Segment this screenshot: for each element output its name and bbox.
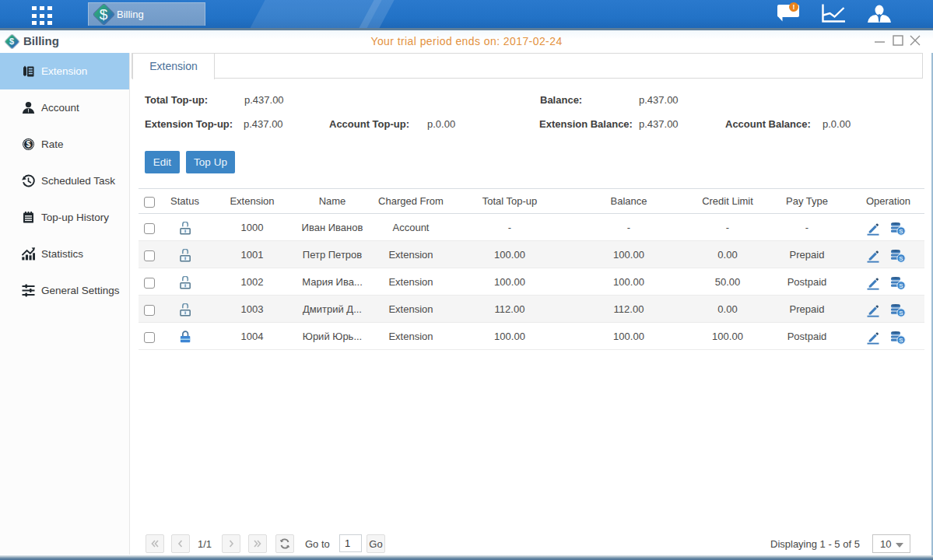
svg-text:S: S [899, 310, 903, 317]
svg-text:!: ! [793, 3, 795, 11]
svg-text:S: S [899, 255, 903, 262]
svg-text:$: $ [26, 140, 31, 149]
svg-text:S: S [899, 337, 903, 344]
svg-text:S: S [899, 228, 903, 235]
svg-text:S: S [899, 282, 903, 289]
